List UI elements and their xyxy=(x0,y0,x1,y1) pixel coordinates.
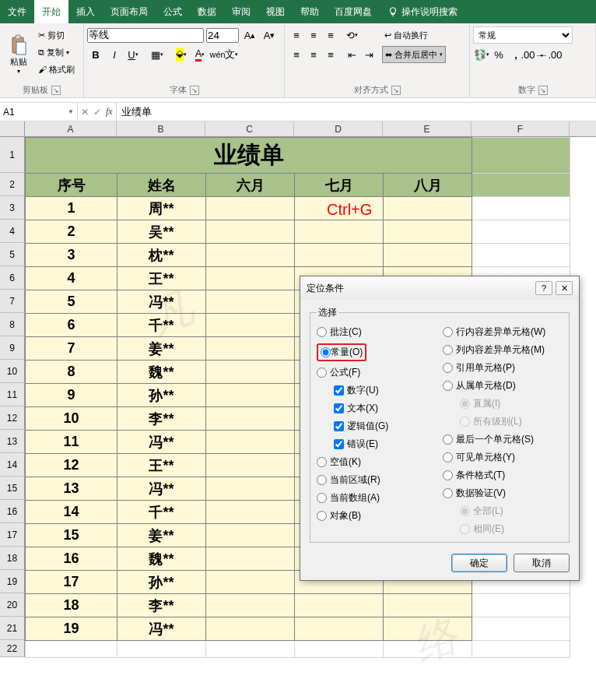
row-header[interactable]: 20 xyxy=(0,593,25,617)
align-right-icon[interactable]: ≡ xyxy=(322,46,339,63)
row-header[interactable]: 21 xyxy=(0,617,25,640)
row-header[interactable]: 18 xyxy=(0,547,25,570)
row-header[interactable]: 7 xyxy=(0,290,25,313)
cell[interactable]: 冯** xyxy=(117,290,206,314)
cell[interactable]: 姜** xyxy=(117,524,206,547)
cancel-button[interactable]: 取消 xyxy=(514,554,570,572)
cell[interactable]: 8 xyxy=(26,361,117,384)
cell[interactable]: 5 xyxy=(26,290,117,314)
cell[interactable]: 7 xyxy=(26,337,117,361)
align-top-icon[interactable]: ≡ xyxy=(288,26,305,44)
cell[interactable]: 冯** xyxy=(117,617,206,641)
row-header[interactable]: 8 xyxy=(0,313,25,336)
cell[interactable]: 千** xyxy=(117,314,206,337)
opt-visible[interactable]: 可见单元格(Y) xyxy=(443,451,563,464)
cell[interactable]: 李** xyxy=(117,407,206,431)
cell[interactable]: 9 xyxy=(26,384,117,407)
tab-layout[interactable]: 页面布局 xyxy=(103,0,156,23)
opt-precedents[interactable]: 引用单元格(P) xyxy=(443,361,563,375)
table-header[interactable]: 姓名 xyxy=(117,174,206,197)
row-header[interactable]: 19 xyxy=(0,570,25,593)
cell[interactable]: 16 xyxy=(26,547,117,571)
italic-button[interactable]: I xyxy=(106,46,123,63)
align-center-icon[interactable]: ≡ xyxy=(305,46,322,63)
decrease-font-icon[interactable]: A▾ xyxy=(261,26,278,44)
opt-text[interactable]: 文本(X) xyxy=(317,402,436,415)
cell[interactable]: 13 xyxy=(26,477,117,501)
col-header[interactable]: E xyxy=(383,121,472,136)
clipboard-expand-icon[interactable]: ↘ xyxy=(51,86,61,95)
tab-insert[interactable]: 插入 xyxy=(68,0,103,23)
opt-numbers[interactable]: 数字(U) xyxy=(317,384,436,397)
cell[interactable]: 魏** xyxy=(117,361,206,384)
accounting-format-icon[interactable]: 💱▾ xyxy=(473,46,490,63)
phonetic-button[interactable]: wén文▾ xyxy=(216,46,233,63)
opt-errors[interactable]: 错误(E) xyxy=(317,438,436,451)
row-header[interactable]: 4 xyxy=(0,220,25,243)
cell[interactable]: 孙** xyxy=(117,571,206,594)
cell[interactable]: 冯** xyxy=(117,477,206,501)
row-header[interactable]: 1 xyxy=(0,137,25,173)
col-header[interactable]: F xyxy=(472,121,570,136)
tell-me-search[interactable]: 操作说明搜索 xyxy=(387,5,458,19)
row-header[interactable]: 5 xyxy=(0,243,25,266)
tab-review[interactable]: 审阅 xyxy=(224,0,258,23)
row-header[interactable]: 14 xyxy=(0,453,25,477)
cell[interactable] xyxy=(206,617,295,641)
align-bottom-icon[interactable]: ≡ xyxy=(322,26,339,44)
table-header[interactable]: 七月 xyxy=(295,174,384,197)
table-header[interactable]: 八月 xyxy=(384,174,472,197)
cell[interactable] xyxy=(384,594,472,617)
cell[interactable]: 19 xyxy=(26,617,117,641)
number-format-combo[interactable]: 常规 xyxy=(473,26,573,44)
decrease-decimal-icon[interactable]: ←.00 xyxy=(542,46,559,63)
cell[interactable] xyxy=(206,220,295,244)
col-header[interactable]: D xyxy=(294,121,383,136)
cell[interactable] xyxy=(206,547,295,571)
align-middle-icon[interactable]: ≡ xyxy=(305,26,322,44)
increase-indent-icon[interactable]: ⇥ xyxy=(360,46,377,63)
close-button[interactable]: ✕ xyxy=(556,281,573,295)
row-header[interactable]: 15 xyxy=(0,477,25,500)
cell[interactable] xyxy=(206,314,295,337)
cell[interactable]: 17 xyxy=(26,571,117,594)
select-all-corner[interactable] xyxy=(0,121,25,136)
cell[interactable] xyxy=(384,617,472,641)
cell[interactable]: 孙** xyxy=(117,384,206,407)
font-name-combo[interactable] xyxy=(87,28,204,43)
tab-data[interactable]: 数据 xyxy=(190,0,224,23)
cell[interactable]: 枕** xyxy=(117,244,206,267)
row-header[interactable]: 3 xyxy=(0,196,25,220)
cell[interactable] xyxy=(384,220,472,244)
cell[interactable] xyxy=(295,244,384,267)
cell[interactable]: 1 xyxy=(26,197,117,220)
fx-icon[interactable]: fx xyxy=(106,106,113,118)
decrease-indent-icon[interactable]: ⇤ xyxy=(343,46,360,63)
tab-formulas[interactable]: 公式 xyxy=(156,0,190,23)
opt-current-array[interactable]: 当前数组(A) xyxy=(317,491,436,505)
format-painter-button[interactable]: 🖌格式刷 xyxy=(36,61,77,78)
copy-button[interactable]: ⧉复制▾ xyxy=(36,44,77,61)
cell[interactable]: 姜** xyxy=(117,337,206,361)
cell[interactable] xyxy=(384,244,472,267)
enter-formula-icon[interactable]: ✓ xyxy=(93,107,101,118)
tab-view[interactable]: 视图 xyxy=(258,0,293,23)
opt-data-val[interactable]: 数据验证(V) xyxy=(443,487,563,500)
cell[interactable] xyxy=(384,197,472,220)
col-header[interactable]: C xyxy=(205,121,294,136)
cell[interactable] xyxy=(206,571,295,594)
cell[interactable] xyxy=(206,361,295,384)
cell[interactable]: 2 xyxy=(26,220,117,244)
row-header[interactable]: 2 xyxy=(0,173,25,196)
cell[interactable] xyxy=(206,197,295,220)
opt-dependents[interactable]: 从属单元格(D) xyxy=(443,379,563,392)
cell[interactable] xyxy=(206,477,295,501)
opt-row-diff[interactable]: 行内容差异单元格(W) xyxy=(443,325,563,339)
row-header[interactable]: 11 xyxy=(0,383,25,406)
cell[interactable]: 3 xyxy=(26,244,117,267)
alignment-expand-icon[interactable]: ↘ xyxy=(391,86,401,95)
fill-color-button[interactable]: ⬙▾ xyxy=(173,46,190,63)
cell[interactable]: 12 xyxy=(26,454,117,477)
percent-format-icon[interactable]: % xyxy=(490,46,507,63)
opt-formulas[interactable]: 公式(F) xyxy=(317,366,436,379)
